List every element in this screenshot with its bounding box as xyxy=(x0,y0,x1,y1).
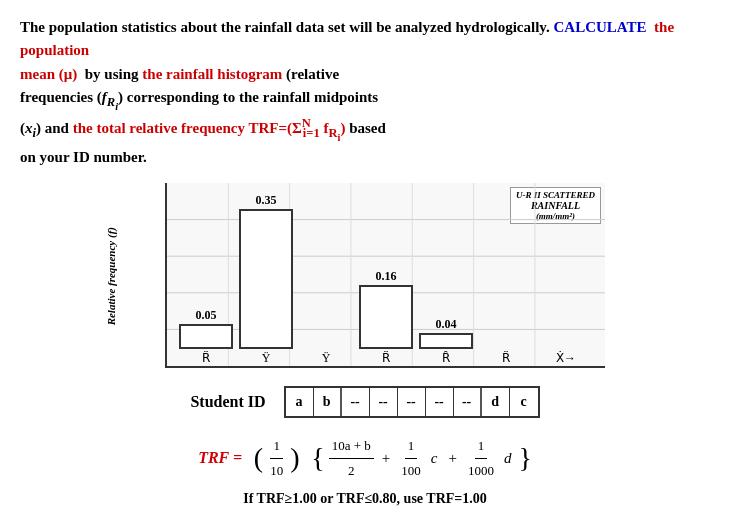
inner-frac-num: 10a + b xyxy=(329,434,374,458)
x-label-3: Ÿ xyxy=(322,351,331,366)
bar-group-7: Ẋ→ xyxy=(539,349,593,366)
outer-paren-right: ) xyxy=(290,444,299,472)
calculate-highlight: CALCULATE xyxy=(554,19,647,35)
bar-group-2: 0.35 Ÿ xyxy=(239,209,293,366)
bar-group-6: R̈ xyxy=(479,349,533,366)
trf-label: TRF = xyxy=(198,444,242,473)
formula-line: TRF = ( 1 10 ) { 10a + b 2 + 1 100 c + 1… xyxy=(20,434,710,482)
y-axis-label: Relative frequency (f) xyxy=(97,183,125,368)
bar-5-label: 0.04 xyxy=(436,317,457,332)
inner-frac-den: 2 xyxy=(345,459,358,482)
bar-5: 0.04 xyxy=(419,333,473,349)
id-cell-dash3: -- xyxy=(398,388,426,416)
frac3: 1 1000 xyxy=(465,434,497,482)
bars-wrapper: 0.05 R̈ 0.35 Ÿ Ÿ xyxy=(171,183,601,366)
id-cell-d: d xyxy=(482,388,510,416)
bar-4: 0.16 xyxy=(359,285,413,349)
bar-2: 0.35 xyxy=(239,209,293,349)
frac2: 1 100 xyxy=(398,434,424,482)
bar-2-label: 0.35 xyxy=(256,193,277,208)
id-cell-dash5: -- xyxy=(454,388,482,416)
student-id-row: Student ID a b -- -- -- -- -- d c xyxy=(20,386,710,418)
chart-container: U-R II SCATTERED RAINFALL (mm/mm²) xyxy=(165,183,605,368)
id-cell-dash4: -- xyxy=(426,388,454,416)
outer-paren-left: ( xyxy=(254,444,263,472)
x-label-6: R̈ xyxy=(502,351,510,366)
student-id-label: Student ID xyxy=(190,393,265,411)
x-label-4: R̈ xyxy=(382,351,390,366)
bar-1-label: 0.05 xyxy=(196,308,217,323)
id-cell-dash2: -- xyxy=(370,388,398,416)
frac1: 1 10 xyxy=(267,434,286,482)
frac2-num: 1 xyxy=(405,434,418,458)
chart-area: Relative frequency (f) U-R II SCATTERED … xyxy=(20,183,710,368)
inner-frac: 10a + b 2 xyxy=(329,434,374,482)
bar-4-label: 0.16 xyxy=(376,269,397,284)
trf-highlight: the total relative frequency TRF=(ΣNi=1 … xyxy=(73,120,346,136)
curly-left: { xyxy=(311,444,324,472)
bar-group-4: 0.16 R̈ xyxy=(359,285,413,366)
frac1-den: 10 xyxy=(267,459,286,482)
x-label-5: Ȓ xyxy=(442,351,450,366)
id-cell-c: c xyxy=(510,388,538,416)
curly-right: } xyxy=(518,444,531,472)
note-line: If TRF≥1.00 or TRF≤0.80, use TRF=1.00 xyxy=(20,486,710,511)
bar-1: 0.05 xyxy=(179,324,233,349)
bar-group-5: 0.04 Ȓ xyxy=(419,333,473,366)
frac2-den: 100 xyxy=(398,459,424,482)
frac3-den: 1000 xyxy=(465,459,497,482)
plus1: + xyxy=(382,445,390,472)
id-box: a b -- -- -- -- -- d c xyxy=(284,386,540,418)
id-cell-dash1: -- xyxy=(342,388,370,416)
plus2: + xyxy=(448,445,456,472)
id-cell-a: a xyxy=(286,388,314,416)
intro-paragraph: The population statistics about the rain… xyxy=(20,16,710,169)
frac3-num: 1 xyxy=(475,434,488,458)
id-cell-b: b xyxy=(314,388,342,416)
d-label: d xyxy=(504,445,512,472)
bar-group-1: 0.05 R̈ xyxy=(179,324,233,366)
c-label: c xyxy=(431,445,438,472)
x-label-1: R̈ xyxy=(202,351,210,366)
mean-highlight: mean (μ) xyxy=(20,66,77,82)
x-label-2: Ÿ xyxy=(262,351,271,366)
x-label-7: Ẋ→ xyxy=(556,351,576,366)
bar-group-3: Ÿ xyxy=(299,349,353,366)
formula-section: TRF = ( 1 10 ) { 10a + b 2 + 1 100 c + 1… xyxy=(20,434,710,511)
frac1-num: 1 xyxy=(270,434,283,458)
rainfall-histogram-highlight: the rainfall histogram xyxy=(142,66,282,82)
